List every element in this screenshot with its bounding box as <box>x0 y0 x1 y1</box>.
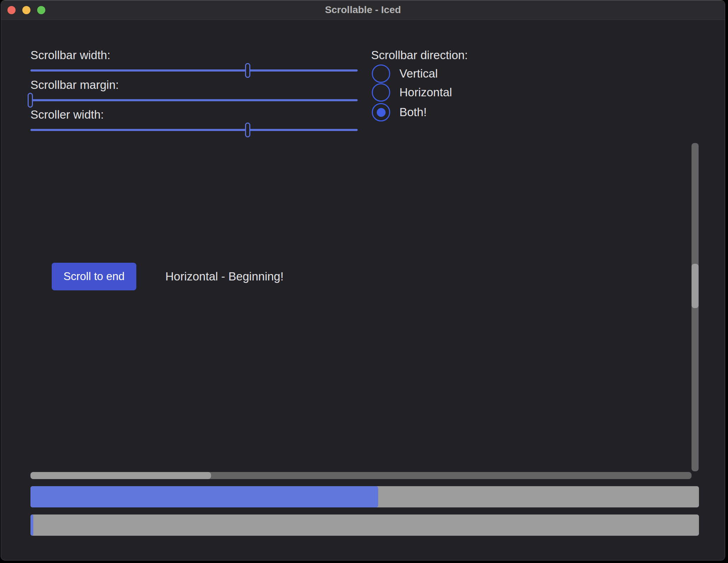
horizontal-scrollbar[interactable] <box>30 472 692 479</box>
app-window: Scrollable - Iced Scrollbar width: Scrol… <box>1 0 725 561</box>
radio-circle-icon[interactable] <box>372 83 390 102</box>
scrollbar-margin-slider[interactable] <box>30 92 358 108</box>
window-title: Scrollable - Iced <box>1 0 725 19</box>
scroller-width-label: Scroller width: <box>30 108 104 121</box>
progress-bar-2 <box>30 514 699 536</box>
vertical-scroller[interactable] <box>692 264 699 308</box>
slider-track[interactable] <box>30 69 358 72</box>
slider-track[interactable] <box>30 99 358 101</box>
radio-label: Horizontal <box>399 86 452 99</box>
slider-track[interactable] <box>30 129 358 131</box>
scroller-width-slider[interactable] <box>30 122 358 138</box>
radio-vertical[interactable]: Vertical <box>372 64 438 83</box>
radio-both[interactable]: Both! <box>372 103 427 121</box>
radio-circle-icon[interactable] <box>372 64 390 83</box>
horizontal-scroll-status-text: Horizontal - Beginning! <box>165 263 284 290</box>
radio-label: Both! <box>399 106 427 119</box>
radio-dot-icon <box>377 108 386 117</box>
titlebar[interactable]: Scrollable - Iced <box>1 0 725 20</box>
radio-label: Vertical <box>399 67 438 80</box>
progress-bar-1 <box>30 486 699 507</box>
scrollbar-width-slider[interactable] <box>30 63 358 78</box>
scroll-to-end-button[interactable]: Scroll to end <box>52 263 136 290</box>
scrollbar-margin-label: Scrollbar margin: <box>30 78 119 92</box>
radio-horizontal[interactable]: Horizontal <box>372 83 452 102</box>
slider-handle[interactable] <box>28 93 33 108</box>
progress-bar-2-fill <box>30 514 33 536</box>
progress-bar-1-fill <box>30 486 378 507</box>
slider-handle[interactable] <box>245 63 250 78</box>
scrollbar-direction-label: Scrollbar direction: <box>371 49 468 62</box>
vertical-scrollbar[interactable] <box>692 143 699 471</box>
slider-handle[interactable] <box>245 123 250 137</box>
radio-circle-icon[interactable] <box>372 103 390 121</box>
scrollbar-width-label: Scrollbar width: <box>30 49 110 62</box>
horizontal-scroller[interactable] <box>30 472 211 479</box>
